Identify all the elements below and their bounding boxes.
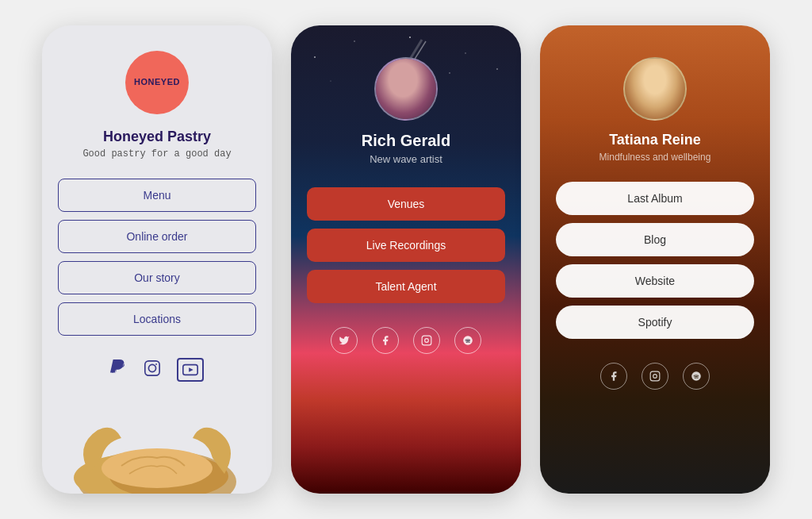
live-recordings-button[interactable]: Live Recordings xyxy=(307,229,505,262)
svg-point-9 xyxy=(314,56,316,58)
svg-rect-22 xyxy=(650,371,660,381)
svg-point-10 xyxy=(354,40,355,42)
svg-point-12 xyxy=(465,52,465,53)
phone-rich-gerald: Rich Gerald New wave artist Venues Live … xyxy=(291,25,521,494)
spotify-icon-phone2[interactable] xyxy=(454,327,481,354)
instagram-icon-phone1[interactable] xyxy=(144,359,161,381)
menu-button[interactable]: Menu xyxy=(58,179,256,212)
svg-point-23 xyxy=(653,375,657,379)
phone-tatiana-reine: Tatiana Reine Mindfulness and wellbeing … xyxy=(540,25,770,494)
honeyed-logo-text: HONEYED xyxy=(134,77,180,87)
phone1-social-icons xyxy=(110,358,204,382)
svg-marker-4 xyxy=(189,367,193,372)
svg-point-11 xyxy=(409,37,411,38)
paypal-icon[interactable] xyxy=(110,359,128,381)
svg-point-13 xyxy=(496,68,498,70)
phone-honeyed-pastry: HONEYED Honeyed Pastry Good pastry for a… xyxy=(42,25,272,494)
youtube-icon[interactable] xyxy=(177,358,204,382)
facebook-icon-phone2[interactable] xyxy=(372,327,399,354)
facebook-icon-phone3[interactable] xyxy=(600,363,627,390)
blog-button[interactable]: Blog xyxy=(556,223,754,256)
phone1-title: Honeyed Pastry xyxy=(103,129,211,145)
our-story-button[interactable]: Our story xyxy=(58,261,256,294)
svg-point-8 xyxy=(102,448,213,488)
instagram-icon-phone2[interactable] xyxy=(413,327,440,354)
croissant-decoration xyxy=(42,398,272,494)
phone2-avatar xyxy=(374,57,438,121)
phone2-subtitle: New wave artist xyxy=(370,153,442,165)
phone2-name: Rich Gerald xyxy=(362,132,450,150)
honeyed-logo: HONEYED xyxy=(125,51,189,114)
phone3-name: Tatiana Reine xyxy=(609,132,701,148)
venues-button[interactable]: Venues xyxy=(307,187,505,221)
svg-point-1 xyxy=(148,364,155,371)
instagram-icon-phone3[interactable] xyxy=(642,363,668,390)
phones-container: HONEYED Honeyed Pastry Good pastry for a… xyxy=(0,10,812,509)
phone3-avatar xyxy=(623,57,687,121)
locations-button[interactable]: Locations xyxy=(58,302,256,336)
website-button[interactable]: Website xyxy=(556,264,754,298)
svg-rect-18 xyxy=(422,336,431,345)
svg-rect-0 xyxy=(145,360,159,375)
svg-point-14 xyxy=(330,80,331,81)
spotify-button[interactable]: Spotify xyxy=(556,306,754,339)
svg-point-19 xyxy=(425,339,429,343)
svg-point-20 xyxy=(429,338,430,339)
svg-point-2 xyxy=(155,363,157,365)
spotify-icon-phone3[interactable] xyxy=(683,363,710,390)
talent-agent-button[interactable]: Talent Agent xyxy=(307,270,505,303)
phone2-social-icons xyxy=(331,327,481,354)
last-album-button[interactable]: Last Album xyxy=(556,182,754,215)
svg-point-24 xyxy=(657,374,658,375)
svg-point-15 xyxy=(449,72,450,74)
phone3-social-icons xyxy=(600,363,710,390)
online-order-button[interactable]: Online order xyxy=(58,220,256,253)
phone1-subtitle: Good pastry for a good day xyxy=(82,148,231,160)
phone3-subtitle: Mindfulness and wellbeing xyxy=(599,152,711,163)
twitter-icon[interactable] xyxy=(331,327,358,354)
